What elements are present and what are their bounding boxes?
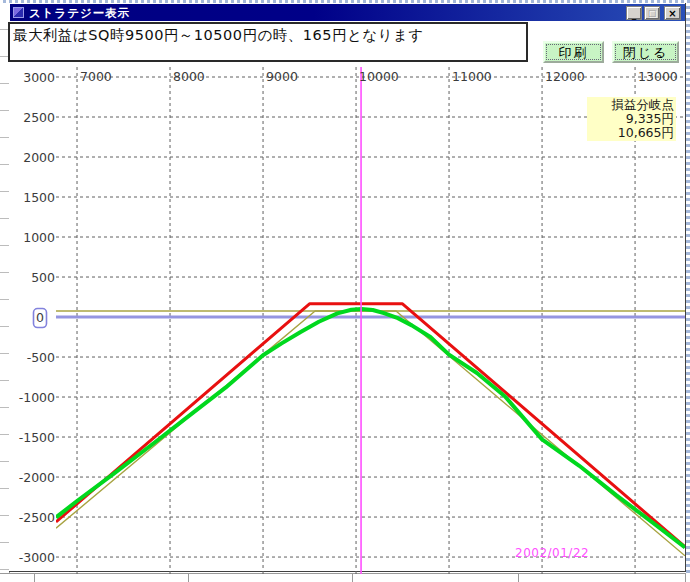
y-tick-label: -500 (27, 350, 55, 365)
x-tick-label: 13000 (638, 69, 678, 84)
x-tick-label: 8000 (173, 69, 205, 84)
x-tick-label: 10000 (359, 69, 399, 84)
max-profit-message: 最大利益はSQ時9500円～10500円の時、165円となります (8, 22, 528, 62)
y-tick-label: 2500 (23, 110, 55, 125)
breakeven-annotation: 損益分岐点 9,335円 10,665円 (587, 97, 676, 141)
breakeven-value: 9,335円 (589, 112, 674, 126)
breakeven-value: 10,665円 (589, 126, 674, 140)
close-window-button[interactable]: × (664, 6, 681, 20)
y-tick-label: 2000 (23, 150, 55, 165)
minimize-button[interactable]: _ (626, 6, 642, 20)
close-button[interactable]: 閉じる (612, 41, 679, 63)
minimize-icon: _ (632, 11, 637, 20)
series-current-theoretical-value (56, 309, 685, 547)
y-tick-label: 500 (31, 270, 55, 285)
y-tick-label: 1000 (23, 230, 55, 245)
y-tick-label: 3000 (23, 70, 55, 85)
x-tick-label: 7000 (80, 69, 112, 84)
y-tick-label: 0 (36, 310, 44, 325)
x-tick-label: 12000 (545, 69, 585, 84)
chart-date-label: 2002/01/22 (515, 546, 589, 560)
window-controls: _ □ × (624, 6, 681, 20)
window-title: ストラテジー表示 (29, 6, 130, 21)
print-button[interactable]: 印刷 (543, 41, 604, 63)
chart-plot-area: 7000800090001000011000120001300030002500… (9, 3, 690, 582)
screen: 7000800090001000011000120001300030002500… (0, 0, 690, 582)
y-tick-label: -1000 (19, 390, 55, 405)
series-sq-payoff (56, 304, 685, 547)
series-reference-payoff (56, 311, 685, 556)
maximize-icon: □ (648, 9, 657, 18)
y-tick-label: 1500 (23, 190, 55, 205)
y-tick-label: -2000 (19, 470, 55, 485)
window-titlebar[interactable]: ストラテジー表示 _ □ × (10, 4, 685, 21)
y-tick-label: -3000 (19, 550, 55, 565)
maximize-button[interactable]: □ (644, 6, 660, 20)
window-icon[interactable] (13, 7, 24, 18)
breakeven-title: 損益分岐点 (589, 98, 674, 112)
close-icon: × (668, 9, 676, 18)
strategy-window: 7000800090001000011000120001300030002500… (9, 3, 686, 572)
y-tick-label: -1500 (19, 430, 55, 445)
y-tick-label: -2500 (19, 510, 55, 525)
x-tick-label: 9000 (266, 69, 298, 84)
x-tick-label: 11000 (452, 69, 492, 84)
